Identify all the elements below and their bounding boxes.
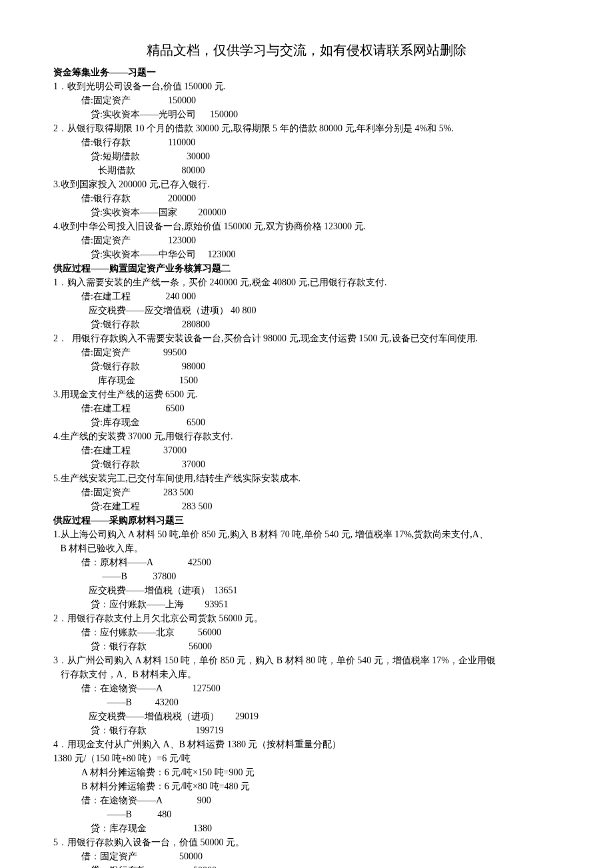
item-desc-cont: 行存款支付，A、B 材料未入库。	[53, 667, 560, 681]
item-2-2: 2． 用银行存款购入不需要安装设备一台,买价合计 98000 元,现金支付运费 …	[53, 331, 560, 387]
journal-line: 贷:短期借款 30000	[53, 149, 560, 163]
journal-line: ——B 37800	[53, 569, 560, 583]
journal-line: 借:固定资产 123000	[53, 233, 560, 247]
section-1-title: 资金筹集业务——习题一	[53, 65, 560, 79]
item-desc: 3.收到国家投入 200000 元,已存入银行.	[53, 177, 560, 191]
item-desc: 5．用银行存款购入设备一台，价值 50000 元。	[53, 835, 560, 849]
journal-line: 应交税费——增值税税（进项） 29019	[53, 709, 560, 723]
journal-line: ——B 43200	[53, 695, 560, 709]
journal-line: A 材料分摊运输费：6 元/吨×150 吨=900 元	[53, 765, 560, 779]
item-2-5: 5.生产线安装完工,已交付车间使用,结转生产线实际安装成本. 借:固定资产 28…	[53, 471, 560, 513]
journal-line: 长期借款 80000	[53, 163, 560, 177]
journal-line: 借：固定资产 50000	[53, 849, 560, 863]
journal-line: 贷:实收资本——中华公司 123000	[53, 247, 560, 261]
item-1-2: 2．从银行取得期限 10 个月的借款 30000 元,取得期限 5 年的借款 8…	[53, 121, 560, 177]
section-1: 资金筹集业务——习题一 1．收到光明公司设备一台,价值 150000 元. 借:…	[53, 65, 560, 261]
journal-line: 借:在建工程 6500	[53, 401, 560, 415]
item-1-3: 3.收到国家投入 200000 元,已存入银行. 借:银行存款 200000 贷…	[53, 177, 560, 219]
item-3-5: 5．用银行存款购入设备一台，价值 50000 元。 借：固定资产 50000 贷…	[53, 835, 560, 868]
item-2-1: 1．购入需要安装的生产线一条，买价 240000 元,税金 40800 元,已用…	[53, 275, 560, 331]
journal-line: 借:固定资产 150000	[53, 93, 560, 107]
journal-line: 贷:银行存款 37000	[53, 457, 560, 471]
item-desc-cont: B 材料已验收入库。	[53, 541, 560, 555]
journal-line: 贷:银行存款 98000	[53, 359, 560, 373]
item-desc: 5.生产线安装完工,已交付车间使用,结转生产线实际安装成本.	[53, 471, 560, 485]
section-2-title: 供应过程——购置固定资产业务核算习题二	[53, 261, 560, 275]
journal-line: 借:固定资产 99500	[53, 345, 560, 359]
journal-line: 借：原材料——A 42500	[53, 555, 560, 569]
journal-line: 贷:在建工程 283 500	[53, 499, 560, 513]
journal-line: 贷：银行存款 56000	[53, 639, 560, 653]
item-desc: 4.收到中华公司投入旧设备一台,原始价值 150000 元,双方协商价格 123…	[53, 219, 560, 233]
journal-line: 贷:实收资本——国家 200000	[53, 205, 560, 219]
item-2-4: 4.生产线的安装费 37000 元,用银行存款支付. 借:在建工程 37000 …	[53, 429, 560, 471]
calc-line: 1380 元/（150 吨+80 吨）=6 元/吨	[53, 751, 560, 765]
journal-line: 贷:实收资本——光明公司 150000	[53, 107, 560, 121]
header-warning: 精品文档，仅供学习与交流，如有侵权请联系网站删除	[53, 40, 560, 60]
journal-line: 借:在建工程 37000	[53, 443, 560, 457]
item-2-3: 3.用现金支付生产线的运费 6500 元. 借:在建工程 6500 贷:库存现金…	[53, 387, 560, 429]
journal-line: 借：应付账款——北京 56000	[53, 625, 560, 639]
item-desc: 2．从银行取得期限 10 个月的借款 30000 元,取得期限 5 年的借款 8…	[53, 121, 560, 135]
item-desc: 2．用银行存款支付上月欠北京公司货款 56000 元。	[53, 611, 560, 625]
journal-line: 贷:银行存款 280800	[53, 317, 560, 331]
journal-line: 贷:库存现金 6500	[53, 415, 560, 429]
journal-line: 应交税费——增值税（进项） 13651	[53, 583, 560, 597]
journal-line: 借：在途物资——A 127500	[53, 681, 560, 695]
section-2: 供应过程——购置固定资产业务核算习题二 1．购入需要安装的生产线一条，买价 24…	[53, 261, 560, 513]
item-3-1: 1.从上海公司购入 A 材料 50 吨,单价 850 元,购入 B 材料 70 …	[53, 527, 560, 611]
item-desc: 4．用现金支付从广州购入 A、B 材料运费 1380 元（按材料重量分配）	[53, 737, 560, 751]
journal-line: 借:银行存款 110000	[53, 135, 560, 149]
item-3-2: 2．用银行存款支付上月欠北京公司货款 56000 元。 借：应付账款——北京 5…	[53, 611, 560, 653]
journal-line: 库存现金 1500	[53, 373, 560, 387]
section-3-title: 供应过程——采购原材料习题三	[53, 513, 560, 527]
journal-line: 贷：库存现金 1380	[53, 821, 560, 835]
journal-line: 贷：应付账款——上海 93951	[53, 597, 560, 611]
item-desc: 4.生产线的安装费 37000 元,用银行存款支付.	[53, 429, 560, 443]
journal-line: ——B 480	[53, 807, 560, 821]
journal-line: 借：在途物资——A 900	[53, 793, 560, 807]
item-3-4: 4．用现金支付从广州购入 A、B 材料运费 1380 元（按材料重量分配） 13…	[53, 737, 560, 835]
section-3: 供应过程——采购原材料习题三 1.从上海公司购入 A 材料 50 吨,单价 85…	[53, 513, 560, 868]
item-desc: 1.从上海公司购入 A 材料 50 吨,单价 850 元,购入 B 材料 70 …	[53, 527, 560, 541]
journal-line: 贷：银行存款 199719	[53, 723, 560, 737]
item-1-4: 4.收到中华公司投入旧设备一台,原始价值 150000 元,双方协商价格 123…	[53, 219, 560, 261]
journal-line: 借:固定资产 283 500	[53, 485, 560, 499]
item-3-3: 3．从广州公司购入 A 材料 150 吨，单价 850 元，购入 B 材料 80…	[53, 653, 560, 737]
journal-line: 借:银行存款 200000	[53, 191, 560, 205]
item-desc: 3.用现金支付生产线的运费 6500 元.	[53, 387, 560, 401]
journal-line: 贷：银行存款 50000	[53, 863, 560, 868]
item-desc: 3．从广州公司购入 A 材料 150 吨，单价 850 元，购入 B 材料 80…	[53, 653, 560, 667]
item-1-1: 1．收到光明公司设备一台,价值 150000 元. 借:固定资产 150000 …	[53, 79, 560, 121]
item-desc: 2． 用银行存款购入不需要安装设备一台,买价合计 98000 元,现金支付运费 …	[53, 331, 560, 345]
journal-line: B 材料分摊运输费：6 元/吨×80 吨=480 元	[53, 779, 560, 793]
item-desc: 1．收到光明公司设备一台,价值 150000 元.	[53, 79, 560, 93]
journal-line: 应交税费——应交增值税（进项） 40 800	[53, 303, 560, 317]
journal-line: 借:在建工程 240 000	[53, 289, 560, 303]
item-desc: 1．购入需要安装的生产线一条，买价 240000 元,税金 40800 元,已用…	[53, 275, 560, 289]
